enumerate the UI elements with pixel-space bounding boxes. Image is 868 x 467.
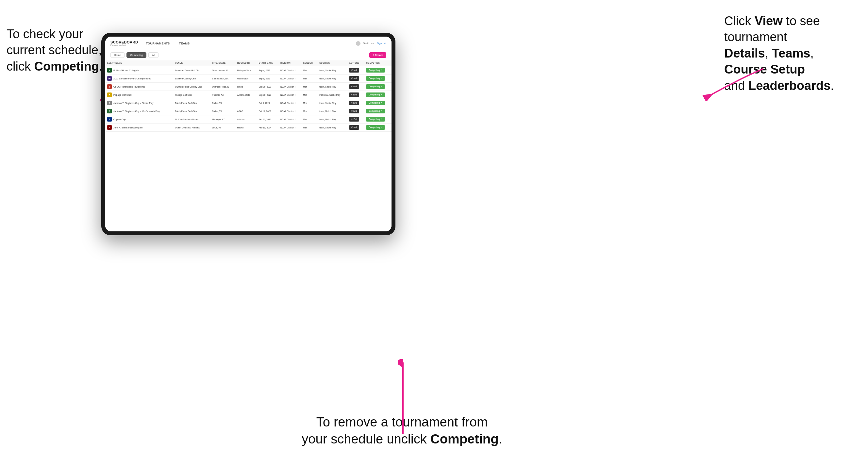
division-cell: NCAA Division I [278, 115, 301, 124]
table-row: H John A. Burns Intercollegiate Ocean Co… [105, 124, 392, 132]
gender-cell: Men [301, 107, 317, 115]
logo-sub-text: Powered by clippi [111, 44, 138, 46]
competing-cell: Competing ✓ [364, 83, 392, 91]
competing-button[interactable]: Competing ✓ [366, 92, 385, 97]
competing-cell: Competing ✓ [364, 66, 392, 74]
hosted-by-cell [235, 99, 257, 107]
tab-competing[interactable]: Competing [126, 52, 147, 58]
scoring-cell: team, Match Play [317, 107, 347, 115]
tournaments-table-container: EVENT NAME VENUE CITY, STATE HOSTED BY S… [105, 60, 392, 231]
division-cell: NCAA Division I [278, 107, 301, 115]
col-scoring: SCORING [317, 60, 347, 66]
city-state-cell: Grand Haven, MI [210, 66, 235, 74]
col-division: DIVISION [278, 60, 301, 66]
city-state-cell: Sammamish, WA [210, 74, 235, 83]
venue-cell: Olympia Fields Country Club [173, 83, 211, 91]
event-name: OFCC Fighting Illini Invitational [114, 86, 145, 88]
event-name: Papago Individual [114, 94, 132, 96]
competing-button[interactable]: Competing ✓ [366, 117, 385, 122]
competing-button[interactable]: Competing ✓ [366, 68, 385, 72]
competing-cell: Competing ✓ [364, 91, 392, 99]
division-cell: NCAA Division I [278, 66, 301, 74]
actions-cell: View ℹ [347, 124, 364, 132]
right-arrow [701, 59, 767, 101]
event-name-cell: H John A. Burns Intercollegiate [105, 124, 173, 132]
scoring-cell: team, Match Play [317, 115, 347, 124]
competing-button[interactable]: Competing ✓ [366, 125, 385, 130]
table-row: A Copper Cup Ak-Chin Southern DunesMaric… [105, 115, 392, 124]
actions-cell: View ℹ [347, 83, 364, 91]
signout-link[interactable]: Sign out [377, 42, 386, 45]
table-row: W 2023 Sahalee Players Championship Saha… [105, 74, 392, 83]
team-logo: A [107, 117, 112, 122]
team-logo: A [107, 92, 112, 97]
start-date-cell: Sep 18, 2023 [257, 91, 278, 99]
scoring-cell: team, Stroke Play [317, 83, 347, 91]
nav-tournaments[interactable]: TOURNAMENTS [145, 42, 171, 45]
competing-button[interactable]: Competing ✓ [366, 84, 385, 89]
nav-teams[interactable]: TEAMS [178, 42, 191, 45]
table-row: A Papago Individual Papago Golf ClubPhoe… [105, 91, 392, 99]
tablet-screen: SCOREBOARD Powered by clippi TOURNAMENTS… [105, 37, 392, 231]
hosted-by-cell: Illinois [235, 83, 257, 91]
event-name-cell: J Jackson T. Stephens Cup – Men's Match … [105, 107, 173, 115]
toolbar: Home Competing All + Create [105, 50, 392, 60]
team-logo: S [107, 68, 112, 72]
competing-button[interactable]: Competing ✓ [366, 109, 385, 114]
competing-button[interactable]: Competing ✓ [366, 76, 385, 81]
col-city-state: CITY, STATE [210, 60, 235, 66]
view-button[interactable]: View ℹ [349, 109, 359, 114]
start-date-cell: Sep 15, 2023 [257, 83, 278, 91]
start-date-cell: Oct 9, 2023 [257, 99, 278, 107]
competing-button[interactable]: Competing ✓ [366, 101, 385, 105]
venue-cell: Ak-Chin Southern Dunes [173, 115, 211, 124]
scoring-cell: team, Stroke Play [317, 66, 347, 74]
table-body: S Folds of Honor Collegiate American Dun… [105, 66, 392, 132]
start-date-cell: Feb 15, 2024 [257, 124, 278, 132]
event-name: Jackson T. Stephens Cup – Stroke Play [114, 102, 154, 104]
event-name: John A. Burns Intercollegiate [114, 126, 143, 129]
hosted-by-cell: Arizona State [235, 91, 257, 99]
col-venue: VENUE [173, 60, 211, 66]
event-name: Jackson T. Stephens Cup – Men's Match Pl… [114, 110, 160, 113]
gender-cell: Men [301, 83, 317, 91]
header-right: Test User Sign out [356, 41, 386, 46]
gender-cell: Men [301, 115, 317, 124]
view-button[interactable]: View ℹ [349, 84, 359, 89]
view-button[interactable]: View ℹ [349, 92, 359, 97]
hosted-by-cell: Arizona [235, 115, 257, 124]
logo-main-text: SCOREBOARD [111, 40, 138, 44]
actions-cell: View ℹ [347, 91, 364, 99]
city-state-cell: Phoenix, AZ [210, 91, 235, 99]
gender-cell: Men [301, 74, 317, 83]
venue-cell: Ocean Course At Hokuala [173, 124, 211, 132]
division-cell: NCAA Division I [278, 124, 301, 132]
city-state-cell: Lihue, HI [210, 124, 235, 132]
view-button[interactable]: View ℹ [349, 125, 359, 130]
col-competing: COMPETING [364, 60, 392, 66]
event-name-cell: A Copper Cup [105, 115, 173, 124]
team-logo: W [107, 76, 112, 81]
team-logo: I [107, 84, 112, 89]
venue-cell: Trinity Forest Golf Club [173, 107, 211, 115]
view-button[interactable]: View ℹ [349, 101, 359, 105]
tablet-frame: SCOREBOARD Powered by clippi TOURNAMENTS… [101, 33, 396, 235]
division-cell: NCAA Division I [278, 91, 301, 99]
scoring-cell: team, Stroke Play [317, 99, 347, 107]
venue-cell: Trinity Forest Golf Club [173, 99, 211, 107]
table-row: J Jackson T. Stephens Cup – Stroke Play … [105, 99, 392, 107]
table-header: EVENT NAME VENUE CITY, STATE HOSTED BY S… [105, 60, 392, 66]
hosted-by-cell: ABAC [235, 107, 257, 115]
venue-cell: American Dunes Golf Club [173, 66, 211, 74]
division-cell: NCAA Division I [278, 99, 301, 107]
create-button[interactable]: + Create [369, 52, 386, 58]
view-button[interactable]: View ℹ [349, 68, 359, 72]
tab-home[interactable]: Home [111, 52, 125, 58]
edit-button[interactable]: ✏ Edit [349, 117, 359, 122]
scoring-cell: team, Stroke Play [317, 124, 347, 132]
actions-cell: View ℹ [347, 74, 364, 83]
competing-cell: Competing ✓ [364, 74, 392, 83]
hosted-by-cell: Hawaii [235, 124, 257, 132]
tab-all[interactable]: All [148, 52, 158, 58]
view-button[interactable]: View ℹ [349, 76, 359, 81]
